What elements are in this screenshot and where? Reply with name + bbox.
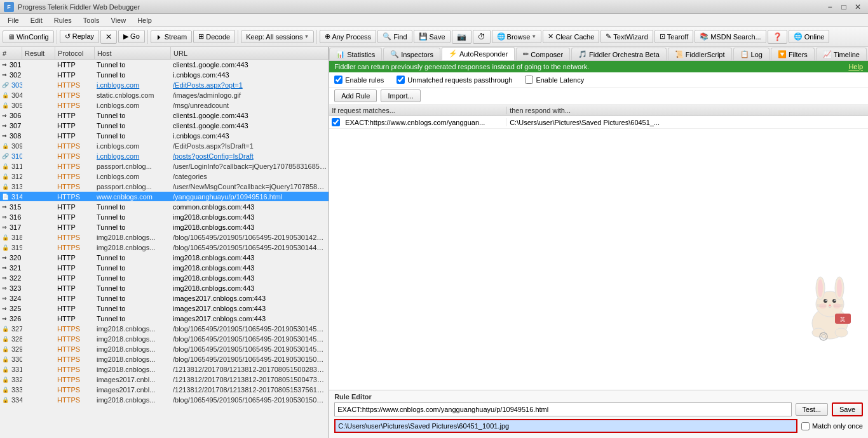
rule-save-button[interactable]: Save	[832, 402, 863, 416]
any-process-button[interactable]: ⊕ ⊕ Any Process Any Process	[320, 30, 376, 43]
cell-id: ⇒321	[0, 264, 22, 272]
table-row[interactable]: ⇒322 HTTP Tunnel to img2018.cnblogs.com:…	[0, 273, 329, 283]
minimize-button[interactable]: −	[824, 2, 836, 12]
rule-checkbox[interactable]	[332, 118, 340, 126]
unmatched-passthrough-label: Unmatched requests passthrough	[407, 76, 512, 84]
col-header-protocol[interactable]: Protocol	[55, 47, 95, 59]
unmatched-passthrough-checkbox[interactable]: Unmatched requests passthrough	[397, 76, 512, 84]
import-button[interactable]: Import...	[381, 90, 420, 102]
unmatched-passthrough-input[interactable]	[397, 76, 405, 84]
cell-url: images2017.cnblogs.com:443	[171, 295, 329, 302]
help-link[interactable]: Help	[848, 63, 863, 70]
tab-autoresponder[interactable]: ⚡ AutoResponder	[442, 47, 515, 60]
table-row[interactable]: ⇒326 HTTP Tunnel to images2017.cnblogs.c…	[0, 314, 329, 324]
help-button[interactable]: ❓	[768, 30, 787, 44]
table-row[interactable]: 🔒329 HTTPS img2018.cnblogs... /blog/1065…	[0, 344, 329, 354]
table-row[interactable]: 🔒328 HTTPS img2018.cnblogs... /blog/1065…	[0, 334, 329, 344]
col-header-url[interactable]: URL	[171, 47, 329, 59]
go-button[interactable]: ▶ Go	[118, 30, 145, 43]
cell-protocol: HTTPS	[55, 81, 95, 89]
menu-tools[interactable]: Tools	[78, 15, 105, 25]
table-row[interactable]: ⇒302 HTTP Tunnel to i.cnblogs.com:443	[0, 70, 329, 80]
table-row[interactable]: 🔒327 HTTPS img2018.cnblogs... /blog/1065…	[0, 324, 329, 334]
menu-file[interactable]: File	[3, 15, 24, 25]
table-row[interactable]: 🔒309 HTTPS i.cnblogs.com /EditPosts.aspx…	[0, 141, 329, 151]
rule-then-input[interactable]	[334, 419, 797, 433]
right-panel: 📊 Statistics 🔍 Inspectors ⚡ AutoResponde…	[329, 47, 868, 438]
menu-edit[interactable]: Edit	[25, 15, 48, 25]
tab-fiddlerscript[interactable]: 📜 FiddlerScript	[668, 48, 732, 60]
cell-protocol: HTTPS	[55, 325, 95, 333]
session-list[interactable]: ⇒301 HTTP Tunnel to clients1.google.com:…	[0, 60, 329, 438]
table-row[interactable]: 🔒305 HTTPS i.cnblogs.com /msg/unreadcoun…	[0, 100, 329, 110]
enable-latency-checkbox[interactable]: Enable Latency	[525, 76, 584, 84]
table-row[interactable]: ⇒301 HTTP Tunnel to clients1.google.com:…	[0, 60, 329, 70]
timer-button[interactable]: ⏱	[473, 30, 491, 44]
table-row[interactable]: ⇒321 HTTP Tunnel to img2018.cnblogs.com:…	[0, 263, 329, 273]
screenshot-button[interactable]: 📷	[452, 30, 471, 44]
table-row[interactable]: ⇒315 HTTP Tunnel to common.cnblogs.com:4…	[0, 202, 329, 212]
tab-filters[interactable]: 🔽 Filters	[771, 48, 815, 60]
table-row[interactable]: 🔒313 HTTPS passport.cnblog... /user/NewM…	[0, 182, 329, 192]
table-row[interactable]: 🔒312 HTTPS i.cnblogs.com /categories	[0, 171, 329, 182]
table-row[interactable]: 📄314 HTTPS www.cnblogs.com /yangguanghua…	[0, 192, 329, 202]
tab-timeline[interactable]: 📈 Timeline	[816, 48, 867, 60]
col-header-id[interactable]: #	[0, 47, 22, 59]
col-header-host[interactable]: Host	[95, 47, 171, 59]
enable-rules-input[interactable]	[334, 76, 342, 84]
keep-dropdown[interactable]: Keep: All sessions ▼	[241, 30, 314, 43]
table-row[interactable]: 🔒332 HTTPS images2017.cnbl... /1213812/2…	[0, 375, 329, 385]
table-row[interactable]: ⇒307 HTTP Tunnel to clients1.google.com:…	[0, 121, 329, 131]
browse-button[interactable]: 🌐 Browse ▼	[492, 30, 542, 43]
remove-button[interactable]: ✕	[100, 30, 117, 44]
online-button[interactable]: 🌐 Online	[789, 30, 830, 43]
menu-view[interactable]: View	[106, 15, 132, 25]
clear-cache-button[interactable]: ✕ Clear Cache	[543, 30, 599, 43]
tearoff-button[interactable]: ⊡ Tearoff	[654, 30, 693, 43]
table-row[interactable]: ⇒325 HTTP Tunnel to images2017.cnblogs.c…	[0, 303, 329, 314]
tab-fiddler-orchestra[interactable]: 🎵 Fiddler Orchestra Beta	[571, 48, 667, 60]
menu-rules[interactable]: Rules	[49, 15, 77, 25]
winconfig-button[interactable]: 🖥 WinConfig	[3, 30, 54, 43]
table-row[interactable]: 🔒331 HTTPS img2018.cnblogs... /1213812/2…	[0, 364, 329, 375]
save-button[interactable]: 💾 Save	[414, 30, 451, 43]
decode-button[interactable]: ⊞ Decode	[193, 30, 235, 43]
tab-composer[interactable]: ✏ Composer	[516, 48, 570, 60]
test-button[interactable]: Test...	[796, 403, 828, 416]
tab-inspectors[interactable]: 🔍 Inspectors	[383, 48, 440, 60]
table-row[interactable]: 🔗303 HTTPS i.cnblogs.com /EditPosts.aspx…	[0, 80, 329, 90]
msdn-button[interactable]: 📚 MSDN Search...	[695, 30, 766, 43]
textwizard-button[interactable]: ✎ TextWizard	[600, 30, 653, 43]
rule-if-input[interactable]	[334, 402, 791, 416]
match-once-input[interactable]	[801, 422, 810, 430]
table-row[interactable]: 🔒304 HTTPS static.cnblogs.com /images/ad…	[0, 90, 329, 100]
table-row[interactable]: 🔒333 HTTPS images2017.cnbl... /1213812/2…	[0, 385, 329, 395]
replay-button[interactable]: ↺ Replay	[60, 30, 99, 43]
table-row[interactable]: 🔒319 HTTPS img2018.cnblogs... /blog/1065…	[0, 242, 329, 253]
rules-row[interactable]: EXACT:https://www.cnblogs.com/yangguan..…	[329, 116, 868, 129]
table-row[interactable]: 🔗310 HTTPS i.cnblogs.com /posts?postConf…	[0, 151, 329, 161]
table-row[interactable]: ⇒317 HTTP Tunnel to img2018.cnblogs.com:…	[0, 222, 329, 232]
table-row[interactable]: 🔒334 HTTPS img2018.cnblogs... /blog/1065…	[0, 395, 329, 405]
table-row[interactable]: ⇒320 HTTP Tunnel to img2018.cnblogs.com:…	[0, 253, 329, 263]
tab-statistics[interactable]: 📊 Statistics	[329, 48, 382, 60]
table-row[interactable]: ⇒308 HTTP Tunnel to i.cnblogs.com:443	[0, 131, 329, 141]
enable-latency-input[interactable]	[525, 76, 533, 84]
col-header-result[interactable]: Result	[22, 47, 55, 59]
cell-id: 🔗310	[0, 152, 22, 160]
stream-button[interactable]: ⏵ Stream	[151, 30, 192, 43]
table-row[interactable]: ⇒324 HTTP Tunnel to images2017.cnblogs.c…	[0, 293, 329, 303]
tab-log[interactable]: 📋 Log	[733, 48, 770, 60]
table-row[interactable]: ⇒323 HTTP Tunnel to img2018.cnblogs.com:…	[0, 283, 329, 293]
table-row[interactable]: 🔒330 HTTPS img2018.cnblogs... /blog/1065…	[0, 354, 329, 364]
maximize-button[interactable]: □	[837, 2, 850, 12]
table-row[interactable]: ⇒306 HTTP Tunnel to clients1.google.com:…	[0, 110, 329, 121]
table-row[interactable]: ⇒316 HTTP Tunnel to img2018.cnblogs.com:…	[0, 212, 329, 222]
close-button[interactable]: ✕	[851, 2, 864, 12]
table-row[interactable]: 🔒311 HTTPS passport.cnblog... /user/Logi…	[0, 161, 329, 171]
table-row[interactable]: 🔒318 HTTPS img2018.cnblogs... /blog/1065…	[0, 232, 329, 242]
menu-help[interactable]: Help	[132, 15, 157, 25]
find-button[interactable]: 🔍 Find	[377, 30, 412, 43]
enable-rules-checkbox[interactable]: Enable rules	[334, 76, 384, 84]
add-rule-button[interactable]: Add Rule	[334, 90, 377, 102]
